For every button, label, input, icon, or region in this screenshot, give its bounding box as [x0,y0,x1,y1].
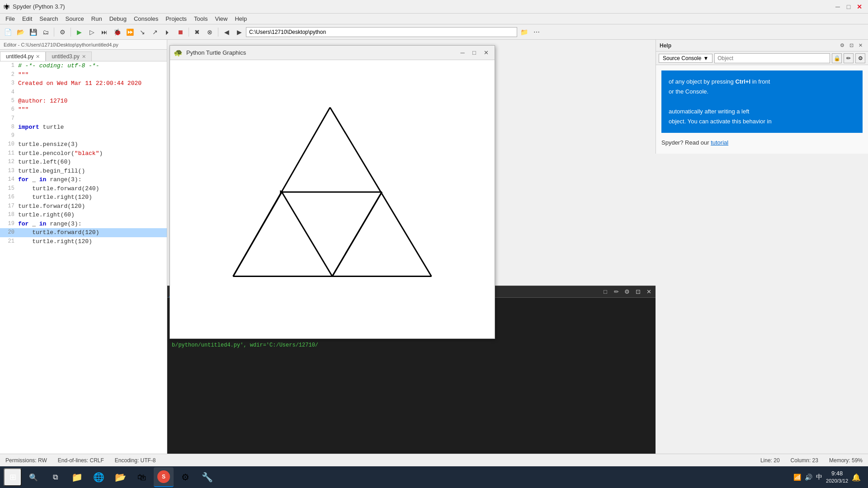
volume-icon[interactable]: 🔊 [805,474,812,481]
menu-debug[interactable]: Debug [106,14,130,23]
help-options-button[interactable]: ⚙ [855,53,865,63]
taskbar-clock[interactable]: 9:48 2020/3/12 [826,470,848,484]
status-eol: End-of-lines: CRLF [58,457,104,464]
help-pane: Help ⚙ ⊡ ✕ Source Console ▼ 🔒 ✏ ⚙ of any… [656,40,868,154]
notification-icon[interactable]: 🔔 [852,473,861,482]
toolbar-separator-3 [189,28,189,37]
editor-pane: untitled4.py ✕ untitled3.py ✕ 1 # -*- co… [0,50,167,484]
stop-button[interactable]: ⏹ [175,26,186,38]
help-close-icon[interactable]: ✕ [856,42,864,50]
preferences-button[interactable]: ⚙ [57,26,68,38]
forward-button[interactable]: ▶ [233,26,245,38]
menu-file[interactable]: File [2,14,19,23]
taskbar: ⊞ 🔍 ⧉ 📁 🌐 📂 🛍 S ⚙ 🔧 📶 🔊 中 9:48 2020/3/1 [0,466,868,488]
turtle-title-bar: 🐢 Python Turtle Graphics ─ □ ✕ [170,46,495,60]
code-line-15: 15 turtle.forward(240) [0,184,167,193]
tab-untitled3-label: untitled3.py [52,53,79,60]
console-square-btn[interactable]: □ [600,287,610,297]
code-line-3: 3 Created on Wed Mar 11 22:00:44 2020 [0,79,167,88]
main-toolbar: 📄 📂 💾 🗂 ⚙ ▶ ▷ ⏭ 🐞 ⏩ ↘ ↗ ⏵ ⏹ ✖ ⊗ ◀ ▶ 📁 ⋯ [0,24,868,40]
app-icon: 🕷 [4,3,10,10]
console-close-btn[interactable]: ✕ [644,287,654,297]
menu-run[interactable]: Run [88,14,106,23]
menu-projects[interactable]: Projects [162,14,190,23]
help-content: of any object by pressing Ctrl+I in fron… [656,65,868,154]
run-button[interactable]: ▶ [73,26,85,38]
store-icon: 🛍 [137,472,146,483]
close-button[interactable]: ✕ [854,2,864,12]
maximize-button[interactable]: □ [844,2,854,12]
step-button[interactable]: ⏩ [124,26,136,38]
tab-untitled4[interactable]: untitled4.py ✕ [0,52,46,61]
menu-help[interactable]: Help [231,14,250,23]
help-undock-icon[interactable]: ⊡ [847,42,855,50]
taskbar-store[interactable]: 🛍 [132,467,152,487]
taskbar-settings[interactable]: ⚙ [175,467,195,487]
continue-button[interactable]: ⏵ [162,26,174,38]
turtle-maximize-button[interactable]: □ [469,48,479,58]
path-input[interactable] [246,27,517,37]
code-line-16: 16 turtle.right(120) [0,193,167,202]
help-header-icons: ⚙ ⊡ ✕ [838,42,864,50]
debug-button[interactable]: 🐞 [111,26,123,38]
taskbar-search[interactable]: 🔍 [24,467,43,487]
save-all-button[interactable]: 🗂 [40,26,52,38]
clock-date: 2020/3/12 [826,478,848,484]
help-tutorial-link[interactable]: tutorial [711,139,728,146]
interrupt-button[interactable]: ⊗ [204,26,216,38]
menu-consoles[interactable]: Consoles [130,14,162,23]
step-return-button[interactable]: ↗ [149,26,161,38]
run-cell-button[interactable]: ▷ [86,26,98,38]
turtle-close-button[interactable]: ✕ [481,48,491,58]
menu-source[interactable]: Source [62,14,88,23]
save-file-button[interactable]: 💾 [27,26,39,38]
console-edit-btn[interactable]: ✏ [611,287,621,297]
tab-untitled3[interactable]: untitled3.py ✕ [46,52,91,61]
start-button[interactable]: ⊞ [4,468,22,486]
object-input[interactable] [714,53,830,63]
menu-view[interactable]: View [211,14,231,23]
tab-untitled3-close[interactable]: ✕ [82,54,86,60]
code-editor[interactable]: 1 # -*- coding: utf-8 -*- 2 """ 3 Create… [0,61,167,484]
help-settings-icon[interactable]: ⚙ [838,42,846,50]
menu-search[interactable]: Search [36,14,61,23]
console-settings-btn[interactable]: ⚙ [622,287,632,297]
console-undock-btn[interactable]: ⊡ [633,287,643,297]
run-cell-advance-button[interactable]: ⏭ [99,26,110,38]
tab-untitled4-label: untitled4.py [6,53,33,60]
input-icon[interactable]: 中 [816,473,822,481]
code-line-18: 18 turtle.right(60) [0,211,167,220]
taskbar-control[interactable]: 🔧 [197,467,217,487]
turtle-svg [170,60,495,338]
toolbar-separator-4 [218,28,218,37]
taskbar-sys-tray: 📶 🔊 中 [793,473,822,481]
status-encoding: Encoding: UTF-8 [115,457,156,464]
search-icon: 🔍 [29,473,38,482]
taskbar-explorer[interactable]: 📂 [110,467,130,487]
kill-kernel-button[interactable]: ✖ [191,26,203,38]
new-file-button[interactable]: 📄 [2,26,14,38]
taskbar-file-explorer[interactable]: 📁 [67,467,87,487]
back-button[interactable]: ◀ [221,26,232,38]
open-file-button[interactable]: 📂 [14,26,26,38]
step-into-button[interactable]: ↘ [137,26,148,38]
turtle-minimize-button[interactable]: ─ [458,48,467,58]
taskbar-edge[interactable]: 🌐 [89,467,108,487]
status-bar: Permissions: RW End-of-lines: CRLF Encod… [0,454,868,466]
browse-path-button[interactable]: 📁 [518,26,530,38]
wifi-icon[interactable]: 📶 [793,474,801,481]
editor-tabs: untitled4.py ✕ untitled3.py ✕ [0,50,167,61]
help-text-line3: automatically after writing a left [669,108,749,115]
taskbar-spyder[interactable]: S [154,467,174,487]
menu-edit[interactable]: Edit [19,14,36,23]
options-button[interactable]: ⋯ [531,26,542,38]
help-edit-button[interactable]: ✏ [844,53,854,63]
status-permissions: Permissions: RW [5,457,47,464]
code-line-20: 20 turtle.forward(120) [0,228,167,237]
menu-tools[interactable]: Tools [190,14,211,23]
help-lock-button[interactable]: 🔒 [832,53,842,63]
source-console-dropdown[interactable]: Source Console ▼ [659,54,712,63]
tab-untitled4-close[interactable]: ✕ [36,54,40,60]
minimize-button[interactable]: ─ [833,2,843,12]
taskbar-task-view[interactable]: ⧉ [45,467,65,487]
